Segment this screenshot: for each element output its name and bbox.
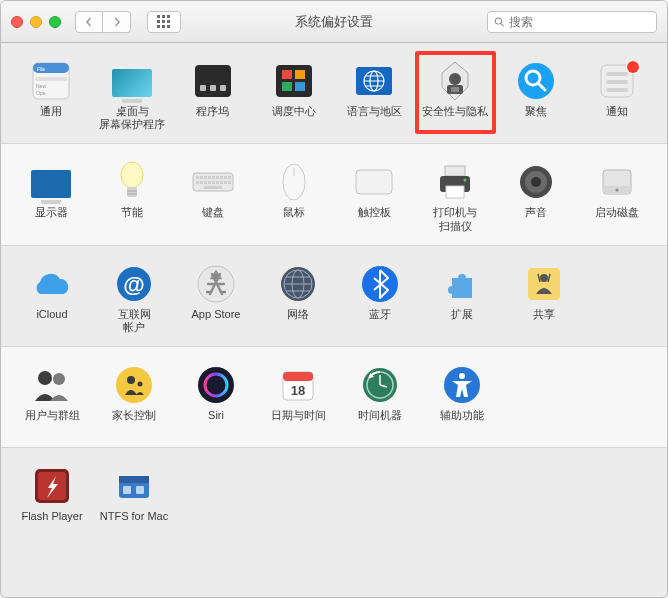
pref-item-internet[interactable]: @ 互联网 帐户	[93, 264, 175, 334]
svg-rect-18	[200, 85, 206, 91]
pref-item-label: 扩展	[451, 308, 473, 334]
pref-item-flash[interactable]: Flash Player	[11, 466, 93, 536]
svg-rect-39	[606, 72, 628, 76]
svg-rect-68	[356, 170, 392, 194]
pref-item-label: 通知	[606, 105, 628, 131]
forward-button[interactable]	[103, 11, 131, 33]
svg-rect-49	[204, 176, 207, 179]
pref-item-label: Siri	[208, 409, 224, 435]
svg-rect-112	[119, 476, 149, 483]
pref-item-label: 用户与群组	[25, 409, 80, 435]
svg-point-95	[116, 367, 152, 403]
displays-icon	[29, 162, 73, 202]
svg-rect-19	[210, 85, 216, 91]
pref-item-energy[interactable]: 节能	[92, 162, 173, 232]
close-button[interactable]	[11, 16, 23, 28]
maximize-button[interactable]	[49, 16, 61, 28]
pref-item-accessibility[interactable]: 辅助功能	[421, 365, 503, 435]
pref-item-label: 程序坞	[196, 105, 229, 131]
svg-rect-61	[216, 181, 219, 184]
svg-point-32	[449, 73, 461, 85]
pref-item-users[interactable]: 用户与群组	[11, 365, 93, 435]
pref-item-desktop[interactable]: 桌面与 屏幕保护程序	[92, 61, 173, 131]
pref-item-printers[interactable]: 打印机与 扫描仪	[415, 162, 496, 232]
pref-item-label: 鼠标	[283, 206, 305, 232]
pref-item-parental[interactable]: 家长控制	[93, 365, 175, 435]
pref-item-network[interactable]: 网络	[257, 264, 339, 334]
svg-rect-21	[276, 65, 312, 97]
pref-item-bluetooth[interactable]: 蓝牙	[339, 264, 421, 334]
pref-item-displays[interactable]: 显示器	[11, 162, 92, 232]
users-icon	[30, 365, 74, 405]
pref-item-label: 互联网 帐户	[118, 308, 151, 334]
pref-item-sharing[interactable]: 共享	[503, 264, 585, 334]
energy-icon	[110, 162, 154, 202]
window-controls	[11, 16, 61, 28]
svg-rect-55	[228, 176, 231, 179]
pref-item-label: 网络	[287, 308, 309, 334]
svg-rect-56	[196, 181, 199, 184]
spotlight-icon	[514, 61, 558, 101]
pref-item-dock[interactable]: 程序坞	[173, 61, 254, 131]
pref-item-keyboard[interactable]: 键盘	[173, 162, 254, 232]
pref-item-icloud[interactable]: iCloud	[11, 264, 93, 334]
pref-item-label: 声音	[525, 206, 547, 232]
mouse-icon	[272, 162, 316, 202]
general-icon: File New Ope	[29, 61, 73, 101]
pref-item-timemachine[interactable]: 时间机器	[339, 365, 421, 435]
pref-item-general[interactable]: File New Ope 通用	[11, 61, 92, 131]
pref-item-notifications[interactable]: 通知	[576, 61, 657, 131]
pref-item-label: 启动磁盘	[595, 206, 639, 232]
svg-rect-20	[220, 85, 226, 91]
pref-item-appstore[interactable]: App Store	[175, 264, 257, 334]
pref-item-label: 聚焦	[525, 105, 547, 131]
pref-item-lang[interactable]: 语言与地区	[334, 61, 415, 131]
timemachine-icon	[358, 365, 402, 405]
search-input[interactable]	[509, 15, 650, 29]
svg-text:File: File	[37, 66, 45, 72]
svg-rect-62	[220, 181, 223, 184]
pref-item-sound[interactable]: 声音	[496, 162, 577, 232]
svg-rect-63	[224, 181, 227, 184]
pref-item-security[interactable]: 安全性与隐私	[415, 61, 496, 131]
pref-item-extensions[interactable]: 扩展	[421, 264, 503, 334]
search-field[interactable]	[487, 11, 657, 33]
pref-item-spotlight[interactable]: 聚焦	[496, 61, 577, 131]
svg-point-35	[518, 63, 554, 99]
svg-rect-34	[451, 87, 459, 92]
svg-rect-41	[606, 88, 628, 92]
pref-item-startup[interactable]: 启动磁盘	[576, 162, 657, 232]
bluetooth-icon	[358, 264, 402, 304]
pref-item-trackpad[interactable]: 触控板	[334, 162, 415, 232]
svg-rect-17	[195, 65, 231, 97]
svg-rect-59	[208, 181, 211, 184]
svg-rect-43	[127, 187, 137, 197]
pref-item-label: 蓝牙	[369, 308, 391, 334]
startup-icon	[595, 162, 639, 202]
pref-item-label: 打印机与 扫描仪	[433, 206, 477, 232]
pref-item-datetime[interactable]: 18 日期与时间	[257, 365, 339, 435]
printers-icon	[433, 162, 477, 202]
pref-item-mouse[interactable]: 鼠标	[253, 162, 334, 232]
show-all-button[interactable]	[147, 11, 181, 33]
pref-item-mission[interactable]: 调度中心	[253, 61, 334, 131]
svg-point-72	[464, 179, 467, 182]
window-title: 系统偏好设置	[189, 13, 479, 31]
svg-rect-7	[162, 25, 165, 28]
svg-rect-101	[283, 372, 313, 381]
notifications-icon	[595, 61, 639, 101]
pref-item-label: 时间机器	[358, 409, 402, 435]
pref-item-label: NTFS for Mac	[100, 510, 168, 536]
minimize-button[interactable]	[30, 16, 42, 28]
pref-item-label: 语言与地区	[347, 105, 402, 131]
sound-icon	[514, 162, 558, 202]
back-button[interactable]	[75, 11, 103, 33]
pref-item-siri[interactable]: Siri	[175, 365, 257, 435]
svg-rect-5	[167, 20, 170, 23]
svg-text:Ope: Ope	[36, 90, 46, 96]
pref-row: 显示器 节能 键盘 鼠标 触控板 打印机与 扫描仪	[1, 144, 667, 245]
pref-row: 用户与群组 家长控制 Siri 18 日期与时间	[1, 347, 667, 448]
appstore-icon	[194, 264, 238, 304]
svg-rect-24	[282, 82, 292, 91]
pref-item-ntfs[interactable]: NTFS for Mac	[93, 466, 175, 536]
